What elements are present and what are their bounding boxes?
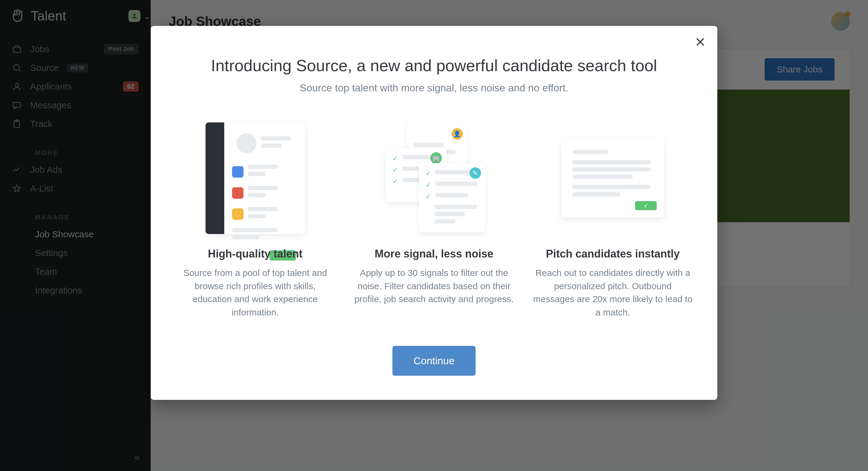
feature-title: Pitch candidates instantly: [532, 247, 693, 260]
feature-title: High-quality talent: [175, 247, 336, 260]
check-icon: ✓: [426, 193, 431, 201]
feature-desc: Reach out to candidates directly with a …: [532, 266, 693, 319]
feature-more-signal: 👤 🏢 ✓ ✓ ✓ ✎ ✓ ✓ ✓: [353, 121, 514, 319]
badge-icon: ✎: [470, 167, 481, 179]
feature-illustration: 👤 🏢 ✓ ✓ ✓ ✎ ✓ ✓ ✓: [353, 121, 514, 235]
check-icon: ✓: [393, 166, 398, 174]
intro-modal: ✕ Introducing Source, a new and powerful…: [151, 26, 717, 400]
feature-illustration: ✓: [175, 121, 336, 235]
modal-subtitle: Source top talent with more signal, less…: [175, 82, 693, 94]
check-icon: ✓: [426, 170, 431, 178]
check-icon: ✓: [393, 178, 398, 185]
features-row: ✓ High-quality talent Source from a pool…: [175, 121, 693, 319]
badge-icon: 🏢: [430, 152, 442, 164]
feature-high-quality: ✓ High-quality talent Source from a pool…: [175, 121, 336, 319]
feature-illustration: ✓: [532, 121, 693, 235]
feature-desc: Apply up to 30 signals to filter out the…: [353, 266, 514, 306]
close-icon[interactable]: ✕: [695, 34, 706, 50]
feature-desc: Source from a pool of top talent and bro…: [175, 266, 336, 319]
continue-button[interactable]: Continue: [393, 346, 475, 376]
check-icon: ✓: [393, 155, 398, 163]
check-icon: ✓: [635, 201, 657, 210]
modal-title: Introducing Source, a new and powerful c…: [175, 56, 693, 75]
badge-icon: 👤: [452, 128, 463, 140]
check-icon: ✓: [426, 181, 431, 189]
feature-pitch-instantly: ✓ Pitch candidates instantly Reach out t…: [532, 121, 693, 319]
feature-title: More signal, less noise: [353, 247, 514, 260]
